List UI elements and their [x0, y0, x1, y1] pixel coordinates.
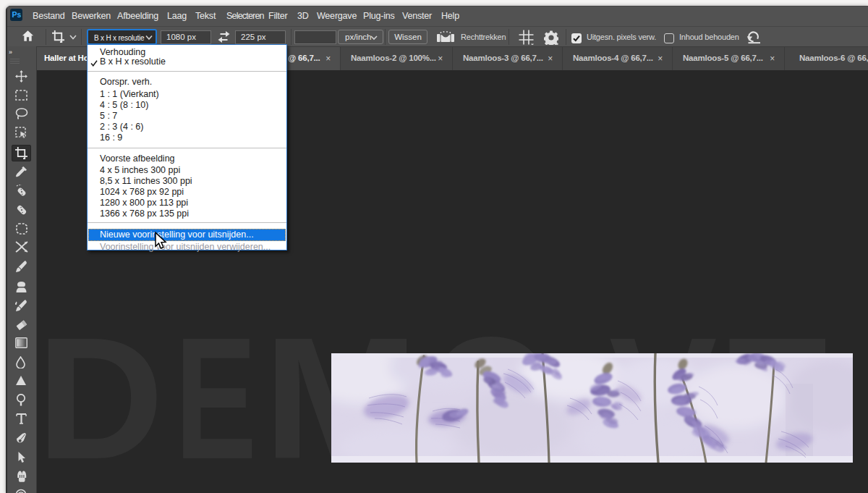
svg-text:D: D [37, 302, 164, 493]
svg-text:E: E [175, 302, 257, 493]
